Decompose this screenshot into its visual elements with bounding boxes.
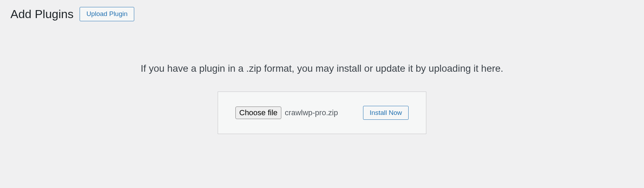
file-picker: Choose file crawlwp-pro.zip: [235, 107, 338, 119]
page-title: Add Plugins: [10, 7, 73, 21]
page-header: Add Plugins Upload Plugin: [10, 7, 634, 21]
upload-plugin-button[interactable]: Upload Plugin: [80, 7, 134, 21]
upload-form: Choose file crawlwp-pro.zip Install Now: [218, 92, 426, 134]
upload-description: If you have a plugin in a .zip format, y…: [10, 63, 634, 74]
choose-file-button[interactable]: Choose file: [235, 107, 281, 119]
selected-file-name: crawlwp-pro.zip: [285, 108, 338, 117]
install-now-button[interactable]: Install Now: [363, 106, 409, 120]
